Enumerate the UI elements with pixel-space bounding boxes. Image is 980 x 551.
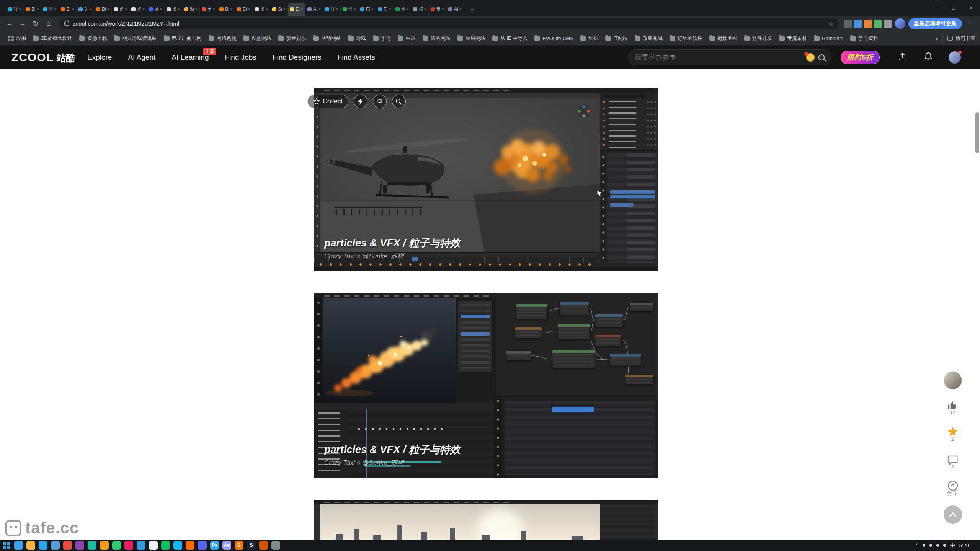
taskbar-app-icon[interactable] (173, 541, 182, 550)
extension-icon[interactable] (874, 20, 882, 28)
find-similar-button[interactable] (392, 95, 406, 108)
taskbar-app-icon[interactable] (100, 541, 109, 550)
browser-tab[interactable]: 虚幻 × (253, 3, 270, 16)
taskbar-app-icon[interactable] (51, 541, 60, 550)
bookmark-item[interactable]: 应用 (5, 33, 29, 43)
browser-tab[interactable]: 竹子 × (341, 3, 358, 16)
bookmarks-overflow-icon[interactable]: » (936, 35, 939, 42)
bookmark-item[interactable]: 活动网站 (310, 33, 345, 43)
browser-tab[interactable]: F站 × (358, 3, 376, 16)
bookmark-item[interactable]: 从 IE 中导入 (489, 33, 531, 43)
taskbar-app-icon[interactable] (161, 541, 170, 550)
collect-button[interactable]: Collect (307, 95, 348, 108)
tab-close-icon[interactable]: × (424, 7, 426, 11)
tab-close-icon[interactable]: × (213, 7, 215, 11)
bookmark-item[interactable]: Gameinfo (810, 34, 847, 43)
tab-close-icon[interactable]: × (19, 7, 21, 11)
tray-chevron-icon[interactable]: ^ (916, 543, 918, 548)
tab-close-icon[interactable]: × (318, 7, 321, 11)
browser-tab[interactable]: F站 × (376, 3, 394, 16)
bookmark-item[interactable]: 影音娱乐 (275, 33, 310, 43)
tab-close-icon[interactable]: × (195, 7, 198, 11)
coin-icon[interactable] (806, 53, 815, 62)
tab-close-icon[interactable]: × (354, 7, 356, 11)
start-button-icon[interactable] (2, 541, 11, 549)
browser-menu-icon[interactable]: ⋮ (964, 20, 976, 28)
tab-close-icon[interactable]: × (142, 7, 145, 11)
promo-badge[interactable]: 限时6折 (841, 51, 880, 64)
taskbar-app-icon[interactable] (14, 541, 23, 550)
extension-icon[interactable] (854, 20, 862, 28)
zc-nav-item[interactable]: Find Assets (338, 53, 375, 62)
bookmark-item[interactable]: 应用网站 (454, 33, 489, 43)
page-scrollbar[interactable] (975, 46, 980, 540)
taskbar-app-icon[interactable] (124, 541, 133, 550)
tab-close-icon[interactable]: × (407, 7, 409, 11)
taskbar-app-icon[interactable]: B (235, 541, 243, 550)
browser-tab[interactable]: vivo × (147, 3, 165, 16)
search-input[interactable] (635, 54, 802, 62)
bookmark-item[interactable]: 学习 (369, 33, 394, 43)
url-text[interactable]: zcool.com.cn/work/ZNzI1MzU1MzY=.html (73, 20, 825, 27)
tab-close-icon[interactable]: × (442, 7, 444, 11)
tray-icon[interactable] (923, 544, 925, 547)
scroll-top-button[interactable] (939, 505, 967, 524)
taskbar-app-icon[interactable] (75, 541, 84, 550)
maximize-icon[interactable]: □ (945, 0, 962, 16)
tray-icon[interactable] (943, 544, 946, 547)
show-desktop-button[interactable] (973, 540, 975, 551)
all-bookmarks-button[interactable]: 所有书签 (942, 35, 975, 42)
tray-icon[interactable] (929, 544, 932, 547)
upload-icon[interactable] (898, 52, 908, 63)
tab-close-icon[interactable]: × (459, 7, 462, 11)
address-bar[interactable]: zcool.com.cn/work/ZNzI1MzU1MzY=.html ☆ (59, 18, 839, 29)
copyright-button[interactable]: © (373, 95, 387, 108)
reload-icon[interactable]: ↻ (30, 18, 41, 29)
browser-tab[interactable]: 哔哩 × (6, 3, 24, 16)
taskbar-app-icon[interactable] (198, 541, 207, 550)
tab-close-icon[interactable]: × (72, 7, 74, 11)
zc-nav-item[interactable]: Find Designers (273, 53, 322, 62)
tab-close-icon[interactable]: × (107, 7, 109, 11)
browser-tab[interactable]: 哔哩 × (41, 3, 59, 16)
tab-close-icon[interactable]: × (248, 7, 250, 11)
taskbar-app-icon[interactable] (39, 541, 47, 550)
bookmark-item[interactable]: 资源下载 (76, 33, 111, 43)
zcool-search-box[interactable] (628, 49, 831, 65)
artwork-image-1[interactable]: particles & VFX / 粒子与特效 Crazy Taxi × @Su… (314, 88, 658, 271)
browser-tab[interactable]: Ble × (59, 3, 77, 16)
user-avatar[interactable] (949, 51, 961, 64)
bookmark-item[interactable]: 玩机 (577, 33, 602, 43)
bookmark-item[interactable]: 3D及概念设计 (29, 33, 76, 43)
bookmark-item[interactable]: EVOLife CMS (531, 34, 577, 43)
tab-close-icon[interactable]: × (283, 7, 286, 11)
clock[interactable]: 5:29 (959, 543, 969, 548)
browser-tab[interactable]: 虚幻 × (112, 3, 129, 16)
extension-icon[interactable] (844, 20, 852, 28)
split-screen-icon[interactable] (884, 20, 892, 28)
tab-close-icon[interactable]: × (160, 7, 162, 11)
zc-nav-item[interactable]: Find Jobs (225, 53, 256, 62)
bookmark-item[interactable]: 学习资料 (847, 33, 882, 43)
taskbar-app-icon[interactable] (259, 541, 268, 550)
tray-icon[interactable] (936, 544, 939, 547)
quick-action-button[interactable] (354, 95, 368, 108)
taskbar-app-icon[interactable] (88, 541, 96, 550)
bookmark-item[interactable]: 好玩的软件 (666, 33, 706, 43)
new-tab-button[interactable]: + (466, 3, 478, 15)
browser-tab[interactable]: 游戏 × (182, 3, 200, 16)
tab-close-icon[interactable]: × (90, 7, 92, 11)
taskbar-app-icon[interactable] (271, 541, 280, 550)
back-icon[interactable]: ← (4, 18, 15, 29)
browser-update-button[interactable]: 重新启动即可更新 (908, 18, 962, 29)
browser-tab[interactable]: Cra × (288, 3, 305, 16)
tab-close-icon[interactable]: × (389, 7, 391, 11)
browser-tab[interactable]: AE模 × (305, 3, 323, 16)
zc-nav-item[interactable]: Explore (87, 53, 112, 62)
browser-tab[interactable]: AE模 × (446, 3, 464, 16)
bookmark-item[interactable]: 街景地图 (706, 33, 741, 43)
input-language[interactable]: 中 (950, 542, 955, 549)
bookmark-star-icon[interactable]: ☆ (828, 20, 834, 27)
taskbar-app-icon[interactable] (112, 541, 121, 550)
taskbar-app-icon[interactable]: Ps (210, 541, 219, 550)
